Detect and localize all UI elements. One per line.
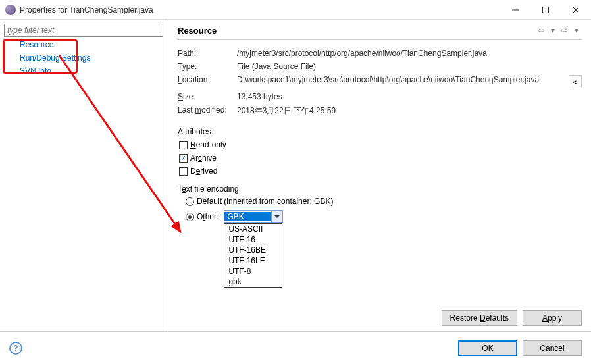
dropdown-item[interactable]: UTF-16 [224, 234, 282, 245]
apply-button[interactable]: Apply [523, 310, 582, 326]
sidebar-item-run-debug[interactable]: Run/Debug Settings [0, 51, 168, 65]
modified-label: Last modified: [178, 105, 237, 115]
type-value: File (Java Source File) [237, 62, 582, 71]
ok-button[interactable]: OK [458, 340, 517, 356]
svg-marker-4 [274, 215, 280, 218]
derived-checkbox[interactable] [179, 167, 188, 176]
maximize-button[interactable] [530, 0, 561, 19]
sidebar-item-resource[interactable]: Resource [0, 38, 168, 51]
attributes-label: Attributes: [178, 127, 213, 136]
other-encoding-radio[interactable] [186, 213, 194, 221]
size-value: 13,453 bytes [237, 92, 582, 101]
readonly-checkbox[interactable] [179, 141, 188, 149]
encoding-group: Text file encoding Default (inherited fr… [178, 183, 582, 225]
type-label: Type: [178, 62, 237, 71]
chevron-down-icon[interactable] [271, 211, 282, 222]
dropdown-item[interactable]: gbk [224, 276, 282, 287]
page-title: Resource [178, 26, 536, 36]
encoding-dropdown: US-ASCII UTF-16 UTF-16BE UTF-16LE UTF-8 … [224, 223, 282, 288]
back-icon[interactable]: ⇦ [536, 25, 546, 36]
help-icon[interactable]: ? [9, 342, 22, 355]
readonly-label: Read-only [190, 140, 226, 149]
main-panel: Resource ⇦ ▾ ⇨ ▾ Path: /myjmeter3/src/pr… [168, 20, 591, 331]
window-controls [500, 0, 591, 19]
sidebar-item-svn-info[interactable]: SVN Info [0, 65, 168, 78]
dropdown-item[interactable]: UTF-16LE [224, 255, 282, 266]
other-encoding-label: Other: [197, 212, 218, 221]
encoding-group-label: Text file encoding [178, 183, 582, 195]
filter-input[interactable] [4, 24, 163, 37]
archive-label: Archive [190, 153, 217, 163]
dropdown-item[interactable]: UTF-16BE [224, 245, 282, 255]
window-title: Properties for TianChengSampler.java [20, 5, 500, 14]
cancel-button[interactable]: Cancel [523, 340, 582, 356]
minimize-button[interactable] [500, 0, 530, 19]
dropdown-item[interactable]: UTF-8 [224, 266, 282, 276]
close-button[interactable] [561, 0, 591, 19]
dropdown-item[interactable]: US-ASCII [224, 224, 282, 234]
titlebar: Properties for TianChengSampler.java [0, 0, 591, 20]
restore-defaults-button[interactable]: Restore Defaults [442, 310, 517, 326]
main-buttons: Restore Defaults Apply [442, 310, 582, 326]
svg-rect-1 [543, 7, 549, 13]
encoding-combo[interactable]: GBK [224, 210, 283, 223]
default-encoding-radio[interactable] [186, 197, 194, 206]
main-header: Resource ⇦ ▾ ⇨ ▾ [178, 25, 582, 40]
location-label: Location: [178, 75, 237, 84]
attributes-section: Attributes: Read-only Archive Derived [178, 125, 582, 178]
location-value: D:\workspace1\myjmeter3\src\protocol\htt… [237, 75, 566, 84]
edit-location-icon[interactable]: ➪ [569, 75, 582, 88]
size-label: Size: [178, 92, 237, 101]
nav-arrows: ⇦ ▾ ⇨ ▾ [536, 25, 582, 36]
archive-checkbox[interactable] [179, 154, 188, 163]
default-encoding-label: Default (inherited from container: GBK) [197, 197, 333, 206]
app-icon [5, 5, 16, 15]
derived-label: Derived [190, 167, 217, 176]
forward-icon[interactable]: ⇨ [559, 25, 570, 36]
back-menu-icon[interactable]: ▾ [548, 25, 558, 36]
sidebar: Resource Run/Debug Settings SVN Info [0, 20, 168, 331]
footer: ? OK Cancel [0, 331, 591, 364]
forward-menu-icon[interactable]: ▾ [571, 25, 582, 36]
content: Resource Run/Debug Settings SVN Info Res… [0, 20, 591, 331]
modified-value: 2018年3月22日 下午4:25:59 [237, 105, 582, 117]
path-label: Path: [178, 49, 237, 58]
path-value: /myjmeter3/src/protocol/http/org/apache/… [237, 49, 582, 58]
encoding-combo-value: GBK [224, 212, 271, 221]
